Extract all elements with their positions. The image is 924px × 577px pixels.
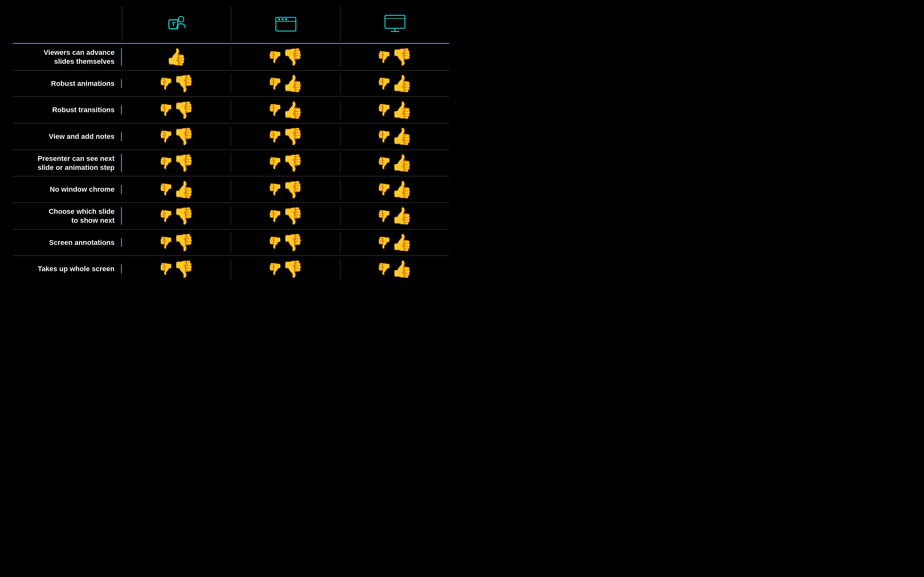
thumb-mixed-good: 👎 👍 — [377, 100, 412, 120]
rating-cell: 👎 👍 — [341, 206, 449, 226]
feature-label: Choose which slideto show next — [13, 207, 122, 225]
thumbs-up-good: 👍 — [166, 47, 187, 67]
rating-cell: 👎 👍 — [231, 74, 340, 93]
svg-point-5 — [278, 18, 280, 20]
rating-cell: 👍 👎 — [231, 233, 340, 252]
thumb-mixed-bad: 👍 👎 — [159, 259, 194, 279]
thumb-mixed-bad: 👍 👎 — [268, 259, 303, 279]
svg-point-6 — [281, 18, 283, 20]
rating-cell: 👍 👎 — [122, 74, 231, 93]
rating-cell: 👍 👎 — [231, 153, 340, 173]
thumb-mixed-bad: 👍 👎 — [159, 233, 194, 252]
thumb-mixed-good: 👎 👍 — [377, 180, 412, 199]
feature-label: Screen annotations — [13, 238, 122, 247]
thumb-mixed-bad: 👍 👎 — [159, 206, 194, 226]
thumb-mixed-good: 👎 👍 — [377, 74, 412, 93]
table-row: Viewers can advanceslides themselves👍 👍 … — [13, 44, 449, 71]
rating-cell: 👍 👎 — [231, 259, 340, 279]
rating-cell: 👍 👎 — [122, 233, 231, 252]
thumb-mixed-bad: 👍 👎 — [159, 127, 194, 146]
thumb-mixed-good: 👎 👍 — [377, 153, 412, 173]
thumb-mixed-bad: 👍 👎 — [268, 47, 303, 67]
feature-label: No window chrome — [13, 185, 122, 194]
rating-cell: 👎 👍 — [341, 127, 449, 146]
table-row: Presenter can see nextslide or animation… — [13, 150, 449, 177]
thumb-mixed-good: 👎 👍 — [377, 127, 412, 146]
rating-cell: 👎 👍 — [122, 180, 231, 199]
feature-label: Viewers can advanceslides themselves — [13, 48, 122, 66]
thumb-mixed-bad: 👍 👎 — [159, 100, 194, 120]
thumb-mixed-good: 👎 👍 — [377, 206, 412, 226]
table-row: Robust transitions 👍 👎 👎 👍 👎 👍 — [13, 97, 449, 123]
browser-icon — [275, 13, 297, 35]
rating-cell: 👍 👎 — [341, 47, 449, 67]
table-row: View and add notes 👍 👎 👍 👎 👎 👍 — [13, 123, 449, 150]
rating-cell: 👍 👎 — [122, 206, 231, 226]
feature-label: Robust transitions — [13, 105, 122, 114]
thumb-mixed-bad: 👍 👎 — [268, 127, 303, 146]
monitor-icon — [384, 13, 406, 35]
rating-cell: 👎 👍 — [341, 74, 449, 93]
rating-cell: 👍 👎 — [231, 180, 340, 199]
rating-cell: 👍 👎 — [122, 100, 231, 120]
header-row: T — [13, 6, 449, 42]
table-row: Robust animations 👍 👎 👎 👍 👎 👍 — [13, 71, 449, 97]
rating-cell: 👎 👍 — [341, 259, 449, 279]
svg-point-2 — [178, 16, 184, 22]
feature-label: Presenter can see nextslide or animation… — [13, 154, 122, 172]
table-row: No window chrome 👎 👍 👍 👎 👎 👍 — [13, 176, 449, 203]
thumb-mixed-bad: 👍 👎 — [268, 233, 303, 252]
thumb-mixed-bad: 👍 👎 — [159, 153, 194, 173]
monitor-column-header — [340, 6, 449, 42]
rating-cell: 👎 👍 — [341, 153, 449, 173]
feature-label: View and add notes — [13, 132, 122, 141]
rating-cell: 👍 👎 — [122, 259, 231, 279]
rating-cell: 👍 👎 — [231, 206, 340, 226]
table-row: Choose which slideto show next 👍 👎 👍 👎 👎… — [13, 203, 449, 229]
browser-column-header — [231, 6, 340, 42]
thumb-mixed-bad: 👍 👎 — [377, 47, 412, 67]
thumb-mixed-good: 👎 👍 — [268, 100, 303, 120]
thumb-mixed-bad: 👍 👎 — [159, 74, 194, 93]
main-container: T — [0, 0, 462, 288]
thumb-mixed-good: 👎 👍 — [377, 259, 412, 279]
rating-cell: 👍 👎 — [231, 127, 340, 146]
rating-cell: 👍 — [122, 47, 231, 67]
rating-cell: 👍 👎 — [122, 153, 231, 173]
teams-column-header: T — [122, 6, 231, 42]
thumb-mixed-bad: 👍 👎 — [268, 206, 303, 226]
svg-text:T: T — [171, 21, 175, 27]
feature-label: Robust animations — [13, 79, 122, 88]
table-body: Viewers can advanceslides themselves👍 👍 … — [13, 44, 449, 282]
teams-icon: T — [166, 13, 188, 35]
rating-cell: 👎 👍 — [341, 100, 449, 120]
thumb-mixed-good: 👎 👍 — [159, 180, 194, 199]
svg-point-7 — [285, 18, 287, 20]
table-row: Takes up whole screen 👍 👎 👍 👎 👎 👍 — [13, 256, 449, 282]
table-row: Screen annotations 👍 👎 👍 👎 👎 👍 — [13, 229, 449, 256]
thumb-mixed-bad: 👍 👎 — [268, 153, 303, 173]
rating-cell: 👍 👎 — [231, 47, 340, 67]
svg-rect-8 — [384, 15, 405, 28]
thumb-mixed-bad: 👍 👎 — [268, 180, 303, 199]
feature-label-header — [13, 6, 122, 42]
rating-cell: 👎 👍 — [231, 100, 340, 120]
thumb-mixed-good: 👎 👍 — [377, 233, 412, 252]
rating-cell: 👎 👍 — [341, 180, 449, 199]
feature-label: Takes up whole screen — [13, 264, 122, 274]
rating-cell: 👎 👍 — [341, 233, 449, 252]
thumb-mixed-good: 👎 👍 — [268, 74, 303, 93]
rating-cell: 👍 👎 — [122, 127, 231, 146]
